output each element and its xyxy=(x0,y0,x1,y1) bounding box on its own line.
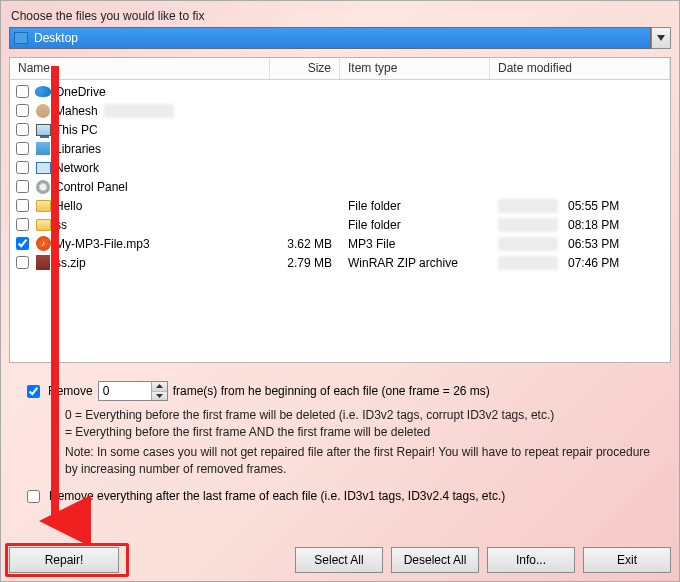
path-selector: Desktop xyxy=(9,27,671,49)
row-checkbox[interactable] xyxy=(16,142,29,155)
frames-spinner xyxy=(98,381,168,401)
table-row[interactable]: ss.zip2.79 MBWinRAR ZIP archive07:46 PM xyxy=(10,253,670,272)
row-date: 07:46 PM xyxy=(490,256,670,270)
redacted xyxy=(498,199,558,213)
row-date: 06:53 PM xyxy=(490,237,670,251)
spin-up[interactable] xyxy=(152,382,167,392)
row-name: Libraries xyxy=(55,142,101,156)
redacted xyxy=(498,237,558,251)
file-list-panel: Name Size Item type Date modified OneDri… xyxy=(9,57,671,363)
row-checkbox[interactable] xyxy=(16,218,29,231)
list-header: Name Size Item type Date modified xyxy=(10,58,670,80)
select-all-button[interactable]: Select All xyxy=(295,547,383,573)
table-row[interactable]: ♪My-MP3-File.mp33.62 MBMP3 File06:53 PM xyxy=(10,234,670,253)
info-button[interactable]: Info... xyxy=(487,547,575,573)
row-date: 08:18 PM xyxy=(490,218,670,232)
table-row[interactable]: Network xyxy=(10,158,670,177)
row-checkbox[interactable] xyxy=(16,237,29,250)
row-checkbox[interactable] xyxy=(16,199,29,212)
remove-checkbox[interactable] xyxy=(27,385,40,398)
libs-icon xyxy=(36,142,50,155)
table-row[interactable]: HelloFile folder05:55 PM xyxy=(10,196,670,215)
row-name: ss.zip xyxy=(55,256,86,270)
col-date[interactable]: Date modified xyxy=(490,58,670,79)
remove-label-before: Remove xyxy=(48,384,93,398)
repair-button[interactable]: Repair! xyxy=(9,547,119,573)
table-row[interactable]: Mahesh xyxy=(10,101,670,120)
mp3-icon: ♪ xyxy=(36,236,51,251)
remove-after-row: Remove everything after the last frame o… xyxy=(9,487,671,506)
col-name[interactable]: Name xyxy=(10,58,270,79)
prompt-label: Choose the files you would like to fix xyxy=(11,9,671,23)
row-type: WinRAR ZIP archive xyxy=(340,256,490,270)
row-size: 2.79 MB xyxy=(270,256,340,270)
table-row[interactable]: ssFile folder08:18 PM xyxy=(10,215,670,234)
row-checkbox[interactable] xyxy=(16,123,29,136)
row-type: File folder xyxy=(340,218,490,232)
exit-button[interactable]: Exit xyxy=(583,547,671,573)
row-name: ss xyxy=(55,218,67,232)
pc-icon xyxy=(36,124,51,136)
redacted xyxy=(498,218,558,232)
help-line-1: 0 = Everything before the first frame wi… xyxy=(65,407,661,424)
remove-label-after: frame(s) from he beginning of each file … xyxy=(173,384,490,398)
onedrive-icon xyxy=(35,86,51,97)
button-bar: Repair! Select All Deselect All Info... … xyxy=(9,547,671,573)
remove-after-checkbox[interactable] xyxy=(27,490,40,503)
row-name: This PC xyxy=(55,123,98,137)
path-label: Desktop xyxy=(34,31,78,45)
help-line-3: Note: In some cases you will not get rep… xyxy=(65,444,661,479)
table-row[interactable]: OneDrive xyxy=(10,82,670,101)
chevron-down-icon xyxy=(657,35,665,41)
net-icon xyxy=(36,162,51,174)
table-row[interactable]: Libraries xyxy=(10,139,670,158)
row-checkbox[interactable] xyxy=(16,85,29,98)
path-dropdown[interactable]: Desktop xyxy=(9,27,651,49)
folder-icon xyxy=(36,200,51,212)
desktop-icon xyxy=(14,32,28,44)
row-name: Control Panel xyxy=(55,180,128,194)
row-checkbox[interactable] xyxy=(16,256,29,269)
cpl-icon xyxy=(36,180,50,194)
app-window: Choose the files you would like to fix D… xyxy=(0,0,680,582)
row-date: 05:55 PM xyxy=(490,199,670,213)
row-name: Mahesh xyxy=(55,104,98,118)
user-icon xyxy=(36,104,50,118)
row-name: Hello xyxy=(55,199,82,213)
help-text: 0 = Everything before the first frame wi… xyxy=(9,401,671,479)
frames-input[interactable] xyxy=(99,382,151,400)
redacted xyxy=(498,256,558,270)
row-name: OneDrive xyxy=(55,85,106,99)
row-size: 3.62 MB xyxy=(270,237,340,251)
deselect-all-button[interactable]: Deselect All xyxy=(391,547,479,573)
help-line-2: = Everything before the first frame AND … xyxy=(65,424,661,441)
row-checkbox[interactable] xyxy=(16,104,29,117)
row-checkbox[interactable] xyxy=(16,161,29,174)
row-type: MP3 File xyxy=(340,237,490,251)
path-dropdown-button[interactable] xyxy=(651,27,671,49)
row-name: My-MP3-File.mp3 xyxy=(55,237,150,251)
col-type[interactable]: Item type xyxy=(340,58,490,79)
remove-frames-row: Remove frame(s) from he beginning of eac… xyxy=(9,381,671,401)
list-body[interactable]: OneDriveMaheshThis PCLibrariesNetworkCon… xyxy=(10,80,670,362)
row-checkbox[interactable] xyxy=(16,180,29,193)
table-row[interactable]: Control Panel xyxy=(10,177,670,196)
remove-after-label: Remove everything after the last frame o… xyxy=(49,489,505,503)
table-row[interactable]: This PC xyxy=(10,120,670,139)
redacted xyxy=(104,104,174,118)
col-size[interactable]: Size xyxy=(270,58,340,79)
row-name: Network xyxy=(55,161,99,175)
folder-icon xyxy=(36,219,51,231)
zip-icon xyxy=(36,255,50,270)
spin-down[interactable] xyxy=(152,392,167,401)
row-type: File folder xyxy=(340,199,490,213)
